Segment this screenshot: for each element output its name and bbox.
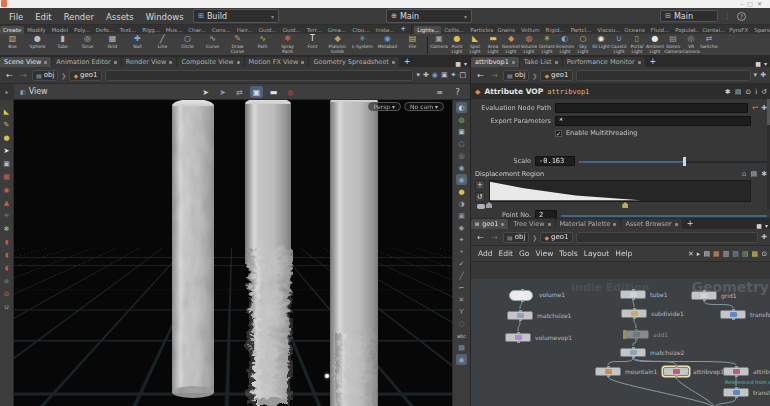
shelf-tab-hair[interactable]: Hair... [234,26,256,34]
shelf-tool-null[interactable]: ✚Null [125,34,150,55]
desktop-selector[interactable]: ⊞ Build ▾ [193,9,279,23]
tab-close-icon[interactable] [301,61,304,64]
view-lock-icon[interactable]: ▣ [456,126,467,137]
shelf-tab-create[interactable]: Create [0,26,24,34]
gallery-icon[interactable]: ⌂ [742,170,746,178]
network-canvas[interactable]: Indie Edition Geometry volume1matchsize1… [471,279,770,406]
pane-corner-controls[interactable]: ■▾ [755,60,770,67]
snap-grid-icon[interactable]: ▦ [1,171,12,182]
eval-input[interactable] [555,103,748,113]
circle-display-icon[interactable]: ◌ [456,318,467,329]
snapshot-icon[interactable]: ▧ [742,250,749,258]
shelf-tool-l-system[interactable]: ✳L-System [350,34,375,55]
floating-panel-icon[interactable]: □ [459,71,466,79]
shelf-tool-box[interactable]: ▧Box [0,34,25,55]
shelf-tool-volume-light[interactable]: ◍Volume Light [520,34,538,55]
pen-icon[interactable]: ╱ [456,270,467,281]
tab-close-icon[interactable] [512,61,515,64]
back-button[interactable]: ← [4,71,15,80]
pane-tab-asset-browser[interactable]: Asset Browser [621,219,681,229]
shelf-tool-distant-light[interactable]: ✳Distant Light [538,34,556,55]
pane-tab-material-palette[interactable]: Material Palette [556,219,621,229]
menu-windows[interactable]: Windows [141,11,189,23]
tab-close-icon[interactable] [237,61,240,64]
shelf-tab-rigid[interactable]: Rigid... [543,26,568,34]
shelf-tab-particles[interactable]: Particles [467,26,494,34]
lock-selection-icon[interactable]: ▣ [1,158,12,169]
shelf-tab-rigg[interactable]: Rigg... [139,26,163,34]
viewport-grip[interactable]: ▸ [0,84,14,100]
sphere-select-icon[interactable]: ● [1,132,12,143]
pane-tab-take-list[interactable]: Take List [520,57,562,67]
shelf-tab-fluid[interactable]: Fluid... [648,26,672,34]
headlight-icon[interactable]: ◉ [456,174,467,185]
shelf-tool-environment-light[interactable]: ◐Environment Light [556,34,574,55]
search-icon[interactable]: ⊙ [745,88,751,96]
network-menu-view[interactable]: View [532,249,556,258]
shelf-tool-vr-camera[interactable]: ◎VR Camera [682,34,700,55]
shape-snap-icon[interactable]: ◆ [1,275,12,286]
crop-icon[interactable]: ✕ [456,294,467,305]
tab-close-icon[interactable] [501,223,504,226]
shelf-tab-clou[interactable]: Clou... [349,26,372,34]
network-menu-edit[interactable]: Edit [496,249,517,258]
shelf-tab-modify[interactable]: Modify [24,26,48,34]
info-icon[interactable]: i [755,88,757,96]
shelf-tab-oceans[interactable]: Oceans [621,26,647,34]
node-transform1[interactable] [723,388,749,397]
node-name-field[interactable]: attribvop1 [547,88,589,96]
network-menu-tools[interactable]: Tools [556,249,580,258]
multi-snap-icon[interactable]: ✳ [1,210,12,221]
cycle-icon[interactable]: ↺ [761,88,767,96]
back-button[interactable]: ← [475,233,486,242]
point-no-input[interactable]: 2 [535,210,557,218]
view-pane-icon[interactable]: ▬ [267,86,280,98]
help-icon[interactable]: ? [451,86,464,98]
maximize-button[interactable]: ▢ [747,0,757,7]
shelf-tool-spot-light[interactable]: ◣Spot Light [466,34,484,55]
shelf-tab-guid[interactable]: Guid... [256,26,280,34]
dropdown-arrow-icon[interactable]: ▾ [754,71,758,79]
network-menu-help[interactable]: Help [612,249,635,258]
tab-close-icon[interactable] [555,61,558,64]
pane-tab-add-button[interactable]: + [400,56,415,67]
shelf-tool-path[interactable]: ∿Path [250,34,275,55]
shelf-tab-model[interactable]: Model [49,26,72,34]
objects-icon[interactable]: ▣ [441,71,448,79]
disable-snap-icon[interactable]: ⊘ [1,288,12,299]
tab-close-icon[interactable] [613,223,616,226]
corner-icon[interactable]: ⌐ [456,282,467,293]
pane-tab-tree-view[interactable]: Tree View [509,219,554,229]
ramp-point-0[interactable] [486,202,492,208]
shelf-tool-circle[interactable]: ○Circle [175,34,200,55]
node-matchsize2[interactable] [620,348,646,357]
pane-tab-attribvop1[interactable]: attribvop1 [471,57,519,67]
wire-y-icon[interactable]: Y [456,306,467,317]
shelf-tool-platonic-solids[interactable]: ◆Platonic Solids [325,34,350,55]
magnet-prim-icon[interactable]: ◖ [1,262,12,273]
bulb-icon[interactable]: ● [456,186,467,197]
light-off-icon[interactable]: ○ [456,138,467,149]
light-hq-icon[interactable]: ◉ [456,162,467,173]
shelf-tab-poly[interactable]: Poly... [71,26,93,34]
scale-input[interactable]: -0.163 [535,156,575,166]
shelf-tool-file[interactable]: ▤File [400,34,425,55]
color-palette-icon[interactable]: ▨ [732,250,739,258]
pin-icon[interactable]: ✚ [761,233,767,241]
point-no-slider[interactable] [561,211,767,219]
shelf-tool-area-light[interactable]: ▬Area Light [484,34,502,55]
shelf-tool-ambient-light[interactable]: ●Ambient Light [646,34,664,55]
pane-tab-geometry-spreadsheet[interactable]: Geometry Spreadsheet [309,57,398,67]
path-root-chip[interactable]: ▤obj [503,232,529,243]
network-menu-go[interactable]: Go [516,249,532,258]
pane-tab-scene-view[interactable]: Scene View [0,57,51,67]
ramp-start-handle[interactable] [477,204,485,209]
pane-tab-geo1[interactable]: ⊞geo1 [471,219,508,229]
point-display-icon[interactable]: • [456,246,467,257]
tab-close-icon[interactable] [548,223,551,226]
list-view-icon[interactable]: ▥ [723,250,730,258]
close-button[interactable]: ✕ [757,0,766,7]
shelf-tool-switcher[interactable]: ⇄Switcher [700,34,718,55]
shelf-tool-gi-light[interactable]: ◉GI Light [592,34,610,55]
snap-point-icon[interactable]: ◉ [1,184,12,195]
